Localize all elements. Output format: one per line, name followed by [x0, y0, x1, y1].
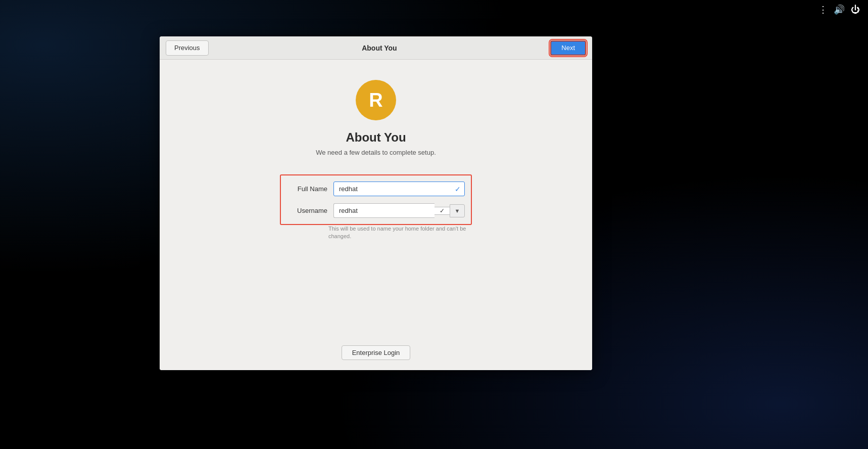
enterprise-login-button[interactable]: Enterprise Login	[342, 345, 411, 360]
volume-icon[interactable]: 🔊	[834, 4, 845, 15]
username-hint: This will be used to name your home fold…	[328, 225, 470, 241]
username-check-icon: ✓	[435, 207, 450, 215]
dialog-header: Previous About You Next	[160, 36, 592, 60]
page-heading: About You	[346, 130, 406, 145]
form-section: Full Name ✓ Username ✓ ▼	[280, 174, 472, 225]
full-name-input[interactable]	[333, 182, 465, 196]
dialog-body: R About You We need a few details to com…	[160, 60, 592, 370]
page-subtitle: We need a few details to complete setup.	[316, 149, 436, 156]
avatar-letter: R	[369, 89, 382, 111]
next-button[interactable]: Next	[550, 40, 586, 56]
username-input-group: ✓ ▼	[333, 203, 465, 218]
full-name-label: Full Name	[287, 185, 327, 193]
username-dropdown-button[interactable]: ▼	[450, 204, 465, 217]
setup-dialog: Previous About You Next R About You We n…	[160, 36, 592, 370]
user-avatar: R	[356, 80, 396, 120]
previous-button[interactable]: Previous	[166, 40, 209, 56]
topbar: ⋮ 🔊 ⏻	[818, 4, 860, 15]
username-label: Username	[287, 207, 327, 214]
power-icon[interactable]: ⏻	[851, 5, 860, 15]
username-row: Username ✓ ▼	[287, 203, 465, 218]
dialog-title: About You	[362, 44, 397, 52]
network-icon[interactable]: ⋮	[818, 4, 828, 15]
username-input[interactable]	[333, 203, 435, 218]
full-name-row: Full Name ✓	[287, 182, 465, 196]
